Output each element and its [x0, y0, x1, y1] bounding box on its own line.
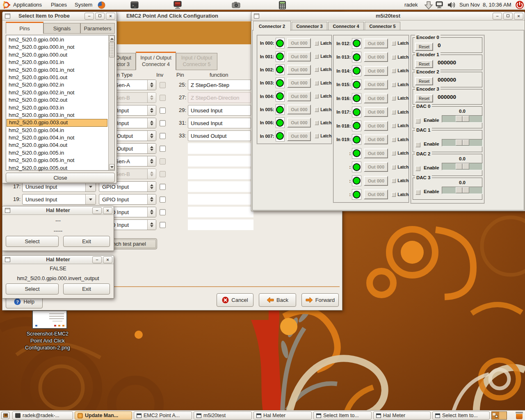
scroll-down-icon[interactable] [109, 164, 114, 170]
tab-connector-5[interactable]: Connector 5 [365, 22, 400, 30]
maximize-button[interactable] [95, 13, 105, 20]
latch-checkbox[interactable] [315, 54, 319, 59]
scrollbar-thumb[interactable] [109, 42, 114, 57]
out-button[interactable]: Out 000 [287, 91, 311, 101]
out-button[interactable]: Out 000 [287, 78, 311, 88]
camera-icon[interactable] [232, 1, 240, 9]
list-item[interactable]: hm2_5i20.0.gpio.004.out [7, 142, 107, 149]
list-item-selected[interactable]: hm2_5i20.0.gpio.003.out [7, 119, 107, 126]
out-button[interactable]: Out 000 [364, 135, 388, 144]
latch-checkbox[interactable] [392, 192, 396, 197]
desktop-icon-label[interactable]: Screenshot-EMC2 Point And Click Configur… [22, 331, 73, 352]
minimize-button[interactable]: – [493, 13, 502, 20]
close-list-button[interactable]: Close [6, 173, 115, 183]
close-button[interactable]: × [514, 13, 523, 20]
invert-checkbox[interactable] [160, 209, 166, 215]
list-item[interactable]: hm2_5i20.0.gpio.002.out [7, 96, 107, 104]
list-item[interactable]: hm2_5i20.0.gpio.004.in_not [7, 134, 107, 142]
back-button[interactable]: Back [259, 293, 296, 307]
menu-system[interactable]: System [73, 0, 94, 10]
latch-checkbox[interactable] [392, 55, 396, 59]
latch-checkbox[interactable] [392, 151, 396, 155]
minimize-button[interactable]: – [92, 256, 102, 263]
out-button[interactable]: Out 000 [287, 105, 311, 114]
out-button[interactable]: Out 000 [287, 52, 311, 62]
hal-meter-titlebar[interactable]: Hal Meter – × [2, 256, 114, 264]
dac-slider[interactable] [442, 115, 483, 123]
pin-type-spinner[interactable]: GPIO Input [99, 194, 156, 205]
latch-checkbox[interactable] [392, 178, 396, 183]
reset-button[interactable]: Reset [415, 77, 433, 85]
list-item[interactable]: hm2_5i20.0.gpio.003.in_not [7, 112, 107, 119]
taskbar-item-hal-meter-1[interactable]: Hal Meter [253, 411, 312, 420]
spinner-arrows-icon[interactable] [147, 194, 156, 204]
spinner-arrows-icon[interactable] [147, 156, 156, 166]
out-button[interactable]: Out 000 [364, 39, 388, 48]
out-button[interactable]: Out 000 [364, 107, 388, 117]
clock[interactable]: Sun Nov 8, 10:36 AM [458, 0, 513, 10]
terminal-icon[interactable]: >_ [130, 1, 139, 9]
maximize-button[interactable] [503, 13, 513, 20]
reset-button[interactable]: Reset [415, 94, 433, 103]
pin-function-field[interactable]: Unused Input [188, 118, 251, 128]
out-button[interactable]: Out 000 [364, 80, 388, 89]
enable-checkbox[interactable] [415, 166, 420, 171]
latch-checkbox[interactable] [315, 107, 319, 112]
spinner-arrows-icon[interactable] [147, 118, 156, 128]
out-button[interactable]: Out 000 [287, 38, 311, 48]
list-item[interactable]: hm2_5i20.0.gpio.005.out [7, 164, 107, 172]
menu-places[interactable]: Places [49, 0, 68, 10]
list-item[interactable]: hm2_5i20.0.gpio.003.in [7, 104, 107, 112]
list-item[interactable]: hm2_5i20.0.gpio.002.in [7, 81, 107, 89]
list-item[interactable]: hm2_5i20.0.gpio.005.in [7, 149, 107, 157]
display-icon[interactable] [173, 1, 182, 9]
list-item[interactable]: hm2_5i20.0.gpio.002.in_not [7, 89, 107, 96]
exit-button[interactable]: Exit [63, 283, 110, 294]
invert-checkbox[interactable] [160, 222, 166, 228]
out-button[interactable]: Out 000 [364, 66, 388, 76]
invert-checkbox[interactable] [160, 146, 166, 152]
forward-button[interactable]: Forward [301, 293, 339, 307]
cancel-button[interactable]: Cancel [217, 293, 253, 307]
enable-checkbox[interactable] [415, 190, 420, 195]
tab-io-connector-4[interactable]: Input / Output Connector 4 [136, 52, 176, 70]
list-item[interactable]: hm2_5i20.0.gpio.000.in_not [7, 43, 107, 51]
firefox-icon[interactable] [97, 1, 106, 9]
latch-checkbox[interactable] [392, 165, 396, 169]
dac-slider[interactable] [442, 139, 483, 146]
list-item[interactable]: hm2_5i20.0.gpio.004.in [7, 127, 107, 134]
out-button[interactable]: Out 000 [364, 52, 388, 62]
list-item[interactable]: hm2_5i20.0.gpio.000.in [7, 36, 107, 43]
dac-slider[interactable] [442, 187, 483, 194]
list-item[interactable]: hm2_5i20.0.gpio.001.in [7, 59, 107, 66]
volume-icon[interactable] [447, 1, 456, 9]
workspace-switcher[interactable] [491, 411, 507, 420]
out-button[interactable]: Out 000 [364, 162, 388, 172]
enable-checkbox[interactable] [415, 119, 420, 123]
latch-checkbox[interactable] [392, 82, 396, 87]
show-desktop-icon[interactable] [1, 412, 9, 419]
list-item[interactable]: hm2_5i20.0.gpio.001.out [7, 74, 107, 81]
select-button[interactable]: Select [6, 283, 59, 294]
pin-function-combobox[interactable]: Unused Input [22, 194, 96, 205]
taskbar-item-select-item-1[interactable]: Select Item to... [313, 411, 372, 420]
taskbar-item-update-manager[interactable]: Update Man... [75, 411, 132, 420]
out-button[interactable]: Out 000 [364, 121, 388, 131]
tab-parameters[interactable]: Parameters [80, 23, 115, 34]
trash-icon[interactable] [515, 411, 523, 420]
latch-checkbox[interactable] [392, 137, 396, 142]
latch-checkbox[interactable] [315, 121, 319, 125]
out-button[interactable]: Out 000 [287, 131, 311, 141]
tab-pins[interactable]: Pins [6, 22, 43, 34]
m5i20test-titlebar[interactable]: m5i20test – × [251, 12, 525, 21]
slider-handle[interactable] [456, 116, 469, 122]
spinner-arrows-icon[interactable] [147, 144, 156, 153]
latch-checkbox[interactable] [392, 41, 396, 46]
close-button[interactable]: × [103, 256, 112, 263]
ubuntu-logo-icon[interactable] [2, 1, 10, 9]
taskbar-item-m5i20test[interactable]: m5i20test [194, 411, 252, 420]
pin-function-field[interactable]: Z StepGen-Step [188, 80, 251, 90]
invert-checkbox[interactable] [160, 184, 166, 190]
taskbar-item-terminal[interactable]: radek@radek-... [12, 411, 73, 420]
menu-applications[interactable]: Applications [11, 0, 43, 10]
